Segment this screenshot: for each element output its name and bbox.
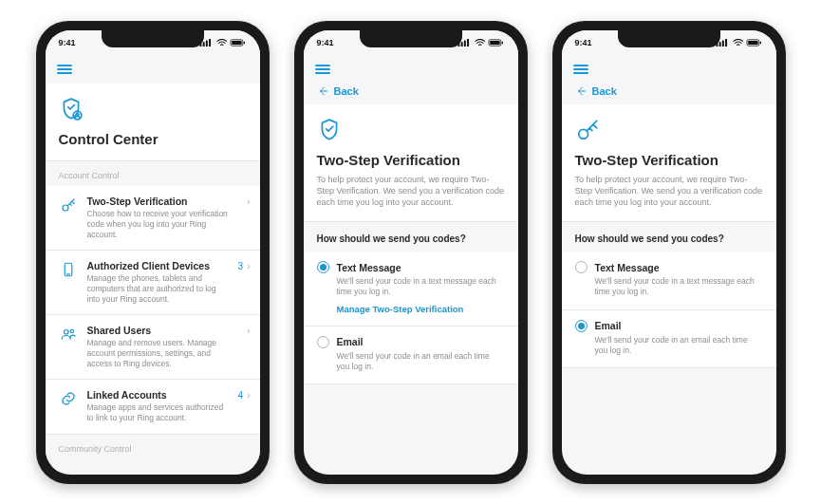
page-header: Two-Step Verification To help protect yo… xyxy=(562,104,776,222)
option-desc: We'll send your code in a text message e… xyxy=(337,276,505,297)
item-desc: Manage apps and services authorized to l… xyxy=(87,402,229,423)
svg-rect-21 xyxy=(718,42,720,47)
page-title: Two-Step Verification xyxy=(575,152,763,168)
screen-control-center: 9:41 Contr xyxy=(46,30,260,475)
key-large-icon xyxy=(575,118,763,146)
menu-icon[interactable] xyxy=(315,63,330,76)
status-indicators xyxy=(199,39,247,47)
arrow-left-icon xyxy=(317,85,328,97)
users-icon xyxy=(59,325,78,343)
svg-rect-6 xyxy=(244,42,245,44)
back-button[interactable]: Back xyxy=(575,85,763,97)
back-label: Back xyxy=(334,85,359,97)
svg-rect-15 xyxy=(463,41,465,47)
battery-icon xyxy=(746,39,762,47)
top-nav xyxy=(304,55,518,84)
item-badge: 4 xyxy=(238,390,244,401)
svg-rect-23 xyxy=(725,39,727,47)
radio-selected-icon xyxy=(575,320,588,332)
battery-icon xyxy=(488,39,504,47)
code-method-options: Text Message We'll send your code in a t… xyxy=(562,252,776,367)
item-authorized-devices[interactable]: Authorized Client Devices Manage the pho… xyxy=(46,251,260,315)
wifi-icon xyxy=(733,39,743,47)
item-title: Authorized Client Devices xyxy=(87,260,229,271)
chevron-right-icon: › xyxy=(247,196,250,207)
key-icon xyxy=(59,196,78,214)
item-linked-accounts[interactable]: Linked Accounts Manage apps and services… xyxy=(46,380,260,434)
option-desc: We'll send your code in an email each ti… xyxy=(595,335,763,356)
item-desc: Manage and remove users. Manage account … xyxy=(87,338,238,369)
radio-unselected-icon xyxy=(317,336,329,348)
svg-rect-25 xyxy=(748,41,757,45)
back-label: Back xyxy=(592,85,617,97)
item-badge: 3 xyxy=(238,261,244,271)
radio-selected-icon xyxy=(317,261,329,273)
device-notch xyxy=(618,30,720,47)
menu-icon[interactable] xyxy=(57,63,72,76)
svg-point-12 xyxy=(70,330,73,333)
svg-rect-16 xyxy=(467,39,469,47)
menu-icon[interactable] xyxy=(573,63,588,76)
top-nav xyxy=(46,55,260,84)
section-label-account: Account Control xyxy=(46,161,260,186)
option-email[interactable]: Email We'll send your code in an email e… xyxy=(562,310,776,368)
screen-tsv-email-selected: 9:41 Back Two-Step xyxy=(562,30,776,475)
svg-rect-26 xyxy=(760,42,761,44)
option-email[interactable]: Email We'll send your code in an email e… xyxy=(304,327,518,384)
svg-rect-18 xyxy=(490,41,499,45)
codes-question: How should we send you codes? xyxy=(562,222,776,252)
chevron-right-icon: › xyxy=(247,390,250,401)
device-notch xyxy=(360,30,462,47)
settings-list: Two-Step Verification Choose how to rece… xyxy=(46,186,260,435)
page-header: Control Center xyxy=(46,84,260,161)
wifi-icon xyxy=(475,39,485,47)
status-time: 9:41 xyxy=(317,38,364,47)
device-notch xyxy=(102,30,204,47)
page-subtitle: To help protect your account, we require… xyxy=(575,174,763,208)
svg-rect-1 xyxy=(202,42,204,47)
manage-tsv-link[interactable]: Manage Two-Step Verification xyxy=(337,304,505,314)
shield-user-icon xyxy=(59,97,247,125)
item-title: Linked Accounts xyxy=(87,389,229,401)
item-desc: Choose how to receive your verification … xyxy=(87,209,238,240)
option-title: Text Message xyxy=(337,262,401,273)
phone-frame: 9:41 Back Two-Step xyxy=(552,21,786,484)
status-indicators xyxy=(716,39,763,47)
page-title: Control Center xyxy=(59,131,247,147)
status-indicators xyxy=(457,39,505,47)
back-button[interactable]: Back xyxy=(317,85,505,97)
page-header: Two-Step Verification To help protect yo… xyxy=(304,104,518,222)
svg-rect-5 xyxy=(232,41,241,45)
phone-frame: 9:41 Contr xyxy=(36,21,270,484)
phone-frame: 9:41 Back xyxy=(294,21,528,484)
screen-tsv-text-selected: 9:41 Back xyxy=(304,30,518,475)
option-desc: We'll send your code in an email each ti… xyxy=(337,351,505,372)
shield-check-icon xyxy=(317,118,505,146)
wifi-icon xyxy=(216,39,227,47)
codes-question: How should we send you codes? xyxy=(304,222,518,252)
svg-rect-19 xyxy=(502,42,503,44)
page-title: Two-Step Verification xyxy=(317,152,505,168)
radio-unselected-icon xyxy=(575,261,588,273)
section-label-community: Community Control xyxy=(46,435,260,459)
item-two-step-verification[interactable]: Two-Step Verification Choose how to rece… xyxy=(46,186,260,251)
option-text-message[interactable]: Text Message We'll send your code in a t… xyxy=(562,252,776,309)
battery-icon xyxy=(230,39,246,47)
arrow-left-icon xyxy=(575,85,587,97)
item-desc: Manage the phones, tablets and computers… xyxy=(87,273,229,305)
svg-rect-22 xyxy=(721,41,723,47)
option-text-message[interactable]: Text Message We'll send your code in a t… xyxy=(304,252,518,326)
top-nav xyxy=(562,55,776,84)
phone-icon xyxy=(59,260,78,278)
item-shared-users[interactable]: Shared Users Manage and remove users. Ma… xyxy=(46,315,260,380)
svg-point-11 xyxy=(64,330,68,335)
item-title: Two-Step Verification xyxy=(87,196,238,207)
svg-rect-3 xyxy=(209,39,211,47)
link-icon xyxy=(59,389,78,407)
status-time: 9:41 xyxy=(59,38,106,47)
option-title: Email xyxy=(337,336,364,347)
option-desc: We'll send your code in a text message e… xyxy=(595,276,763,297)
option-title: Email xyxy=(595,320,622,331)
page-subtitle: To help protect your account, we require… xyxy=(317,174,505,208)
status-time: 9:41 xyxy=(575,38,623,47)
